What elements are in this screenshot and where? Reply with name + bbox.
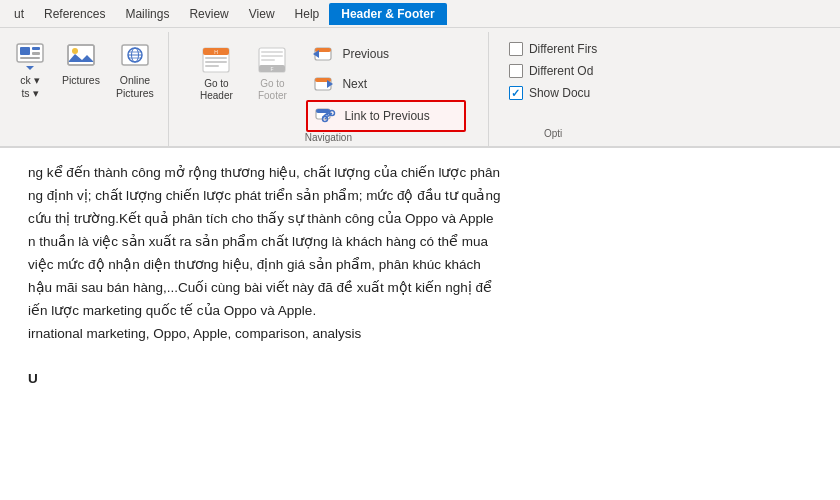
next-label: Next [342, 77, 367, 91]
ribbon-nav-content: H Go toHeader F [190, 36, 466, 132]
quick-parts-label: ck ▾ts ▾ [20, 74, 39, 99]
svg-rect-4 [20, 57, 40, 59]
link-to-previous-label: Link to Previous [344, 109, 429, 123]
menu-item-header-footer[interactable]: Header & Footer [329, 3, 446, 25]
ribbon-options-content: Different Firs Different Od Show Docu [497, 36, 609, 128]
menu-item-view[interactable]: View [239, 3, 285, 25]
next-icon [312, 72, 336, 96]
pictures-button[interactable]: Pictures [56, 36, 106, 91]
options-column: Different Firs Different Od Show Docu [497, 36, 609, 106]
different-first-label: Different Firs [529, 42, 597, 56]
svg-rect-26 [261, 59, 275, 61]
link-to-previous-button[interactable]: Link to Previous [306, 100, 466, 132]
menu-item-help[interactable]: Help [285, 3, 330, 25]
pictures-icon [65, 40, 97, 72]
doc-line-2: ng định vị; chất lượng chiến lược phát t… [28, 185, 812, 208]
go-to-footer-icon: F [256, 44, 288, 76]
next-button[interactable]: Next [306, 70, 466, 98]
svg-rect-1 [20, 47, 30, 55]
online-pictures-label: OnlinePictures [116, 74, 154, 99]
doc-line-9 [28, 346, 812, 369]
different-odd-checkbox[interactable] [509, 64, 523, 78]
show-document-checkbox[interactable] [509, 86, 523, 100]
previous-button[interactable]: Previous [306, 40, 466, 68]
go-to-footer-button[interactable]: F Go toFooter [246, 40, 298, 106]
ribbon-group-options: Different Firs Different Od Show Docu Op… [489, 32, 617, 146]
svg-rect-3 [32, 52, 40, 55]
svg-rect-24 [261, 51, 283, 53]
different-first-checkbox[interactable] [509, 42, 523, 56]
pictures-label: Pictures [62, 74, 100, 87]
menu-item-mailings[interactable]: Mailings [115, 3, 179, 25]
svg-rect-20 [205, 65, 219, 67]
document-area: ng kể đến thành công mở rộng thương hiệu… [0, 148, 840, 391]
menu-item-ut[interactable]: ut [4, 3, 34, 25]
menu-item-references[interactable]: References [34, 3, 115, 25]
previous-icon [312, 42, 336, 66]
doc-line-8: irnational marketing, Oppo, Apple, compa… [28, 323, 812, 346]
doc-line-10: U [28, 368, 812, 391]
svg-rect-19 [205, 61, 227, 63]
doc-line-4: n thuần là việc sản xuất ra sản phẩm chấ… [28, 231, 812, 254]
different-odd-label: Different Od [529, 64, 593, 78]
navigation-group-label: Navigation [305, 132, 352, 146]
doc-line-7: iến lược marketing quốc tế của Oppo và A… [28, 300, 812, 323]
svg-text:H: H [215, 49, 219, 55]
menu-bar: ut References Mailings Review View Help … [0, 0, 840, 28]
go-to-footer-label: Go toFooter [258, 78, 287, 102]
ribbon-group-navigation: H Go toHeader F [169, 32, 489, 146]
link-to-previous-icon [314, 104, 338, 128]
go-to-header-label: Go toHeader [200, 78, 233, 102]
menu-item-review[interactable]: Review [179, 3, 238, 25]
svg-rect-18 [205, 57, 227, 59]
options-group-label: Opti [544, 128, 562, 142]
go-to-header-icon: H [200, 44, 232, 76]
svg-rect-25 [261, 55, 283, 57]
ribbon-insert-content: ck ▾ts ▾ Pictures [8, 36, 160, 142]
show-document-option[interactable]: Show Docu [509, 86, 597, 100]
doc-line-1: ng kể đến thành công mở rộng thương hiệu… [28, 162, 812, 185]
different-first-option[interactable]: Different Firs [509, 42, 597, 56]
svg-text:F: F [271, 66, 274, 72]
quick-parts-button[interactable]: ck ▾ts ▾ [8, 36, 52, 103]
svg-rect-2 [32, 47, 40, 50]
go-to-header-button[interactable]: H Go toHeader [190, 40, 242, 106]
doc-line-6: hậu mãi sau bán hàng,...Cuối cùng bài vi… [28, 277, 812, 300]
ribbon-group-insert: ck ▾ts ▾ Pictures [0, 32, 169, 146]
previous-label: Previous [342, 47, 389, 61]
svg-point-6 [72, 48, 78, 54]
svg-rect-35 [316, 109, 330, 113]
doc-line-3: cứu thị trường.Kết quả phân tích cho thấ… [28, 208, 812, 231]
ribbon: ck ▾ts ▾ Pictures [0, 28, 840, 148]
online-pictures-icon [119, 40, 151, 72]
doc-line-5: việc mức độ nhận diện thương hiệu, định … [28, 254, 812, 277]
goto-buttons: H Go toHeader F [190, 36, 298, 106]
quick-parts-icon [14, 40, 46, 72]
show-document-label: Show Docu [529, 86, 590, 100]
different-odd-option[interactable]: Different Od [509, 64, 597, 78]
online-pictures-button[interactable]: OnlinePictures [110, 36, 160, 103]
nav-small-buttons: Previous Next [306, 36, 466, 132]
